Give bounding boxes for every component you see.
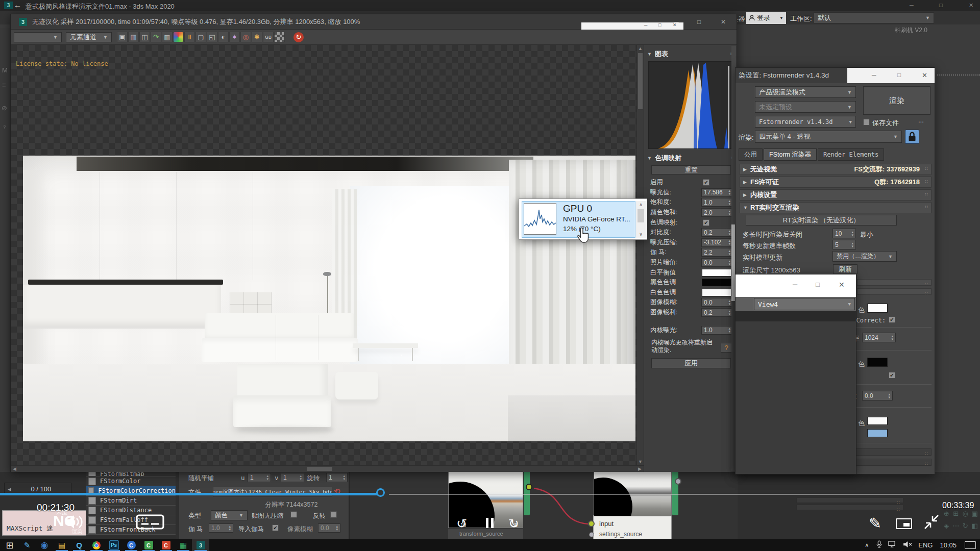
workspace-dropdown[interactable]: 默认▼	[814, 12, 934, 23]
tonemap-row[interactable]: 对比度: 0.2	[650, 228, 733, 238]
gb-icon[interactable]: GB	[263, 32, 274, 42]
refresh-button[interactable]: 刷新	[833, 264, 857, 274]
lock-view-button[interactable]	[905, 130, 919, 144]
copy-icon[interactable]: ▥	[162, 32, 173, 42]
export-icon[interactable]: ↷	[151, 32, 161, 42]
microphone-icon[interactable]	[876, 540, 882, 550]
frag-checkbox2[interactable]: ✔	[889, 372, 895, 379]
scroll-down-icon[interactable]: ∨	[636, 231, 646, 238]
type-dropdown[interactable]: 颜色▼	[211, 510, 248, 520]
settings-tab[interactable]: FStorm 渲染器	[764, 148, 817, 161]
taskbar-browser-icon[interactable]: ◉	[36, 539, 53, 551]
player-back-icon[interactable]: ←	[14, 1, 21, 9]
compare-icon[interactable]: ◐	[218, 32, 229, 42]
gamma-field[interactable]: 1.0	[209, 523, 233, 533]
volume-icon[interactable]	[63, 514, 87, 531]
forward-30-icon[interactable]: ↻30	[508, 516, 519, 531]
notification-center-icon[interactable]	[965, 541, 976, 549]
apply-button[interactable]: 应用	[651, 358, 731, 368]
taskbar-explorer-icon[interactable]: ▤	[53, 539, 70, 551]
render-refresh-icon[interactable]: ↻	[293, 32, 304, 42]
view4-maximize-button[interactable]: □	[816, 281, 820, 288]
rollout-header[interactable]: ▶ 内核设置	[740, 189, 932, 201]
render-viewport[interactable]: License state: No license	[11, 45, 636, 465]
view4-close-button[interactable]: ✕	[839, 281, 845, 289]
pause-icon[interactable]: ‖	[184, 32, 195, 42]
render-button[interactable]: 渲染	[863, 86, 930, 115]
tonemap-row[interactable]: 图像锐利: 0.2	[650, 308, 733, 318]
view4-dropdown[interactable]: View4▼	[754, 298, 855, 310]
input-socket[interactable]	[588, 520, 595, 527]
player-progress-rest[interactable]	[389, 494, 980, 495]
taskbar-3dsmax-icon[interactable]: 3	[192, 539, 209, 551]
settings-minimize-button[interactable]: ─	[872, 71, 876, 79]
tonemap-row[interactable]: 色调映射: ✔	[650, 217, 733, 228]
target-icon[interactable]: ◎	[240, 32, 251, 42]
vscroll-thumb[interactable]	[638, 53, 643, 109]
frag-colorcorrect-checkbox[interactable]: ✔	[889, 316, 895, 323]
player-progress-played[interactable]	[0, 493, 378, 495]
rt-fps-field[interactable]: 5	[832, 240, 856, 249]
prev-frame-icon[interactable]: ◂	[8, 485, 11, 493]
material-list-item[interactable]: FStormColor	[86, 477, 176, 486]
rt-close-after-field[interactable]: 10	[832, 229, 856, 238]
frag-color3-swatch[interactable]	[867, 417, 888, 425]
scroll-up-icon[interactable]: ∧	[636, 201, 646, 208]
rotation-field[interactable]: 1	[326, 473, 348, 482]
tonemap-row[interactable]: 曝光压缩: -3.102	[650, 238, 733, 248]
taskbar-photoshop-icon[interactable]: Ps	[105, 539, 122, 551]
popup-close-icon[interactable]: ✕	[673, 22, 677, 28]
frag-z-field[interactable]: 0.0	[862, 391, 893, 400]
import-gamma-checkbox[interactable]: ✔	[272, 524, 279, 531]
taskbar-c-blue-icon[interactable]: C	[122, 539, 140, 551]
tonemap-row[interactable]: 白平衡值	[650, 267, 733, 278]
taskbar-chrome-icon[interactable]	[88, 539, 105, 551]
settings-maximize-button[interactable]: □	[897, 71, 901, 79]
save-file-browse[interactable]: ...	[918, 116, 924, 124]
rt-model-update-dropdown[interactable]: 禁用（…渲染）▼	[832, 251, 897, 262]
display-icon[interactable]	[888, 541, 897, 549]
settings-tab[interactable]: 公用	[739, 148, 763, 161]
settings-close-button[interactable]: ✕	[922, 71, 927, 79]
tonemap-reset-button[interactable]: 重置	[651, 165, 731, 174]
tonemap-row[interactable]: 照片暗角: 0.0	[650, 258, 733, 268]
rewind-10-icon[interactable]: ↺10	[456, 516, 467, 531]
viewport-vscrollbar[interactable]: ▲ ▼	[636, 45, 644, 465]
taskbar-c-green-icon[interactable]: C	[140, 539, 157, 551]
rollout-header[interactable]: ▶ FS许可证 Q群: 17642918	[740, 177, 932, 188]
alpha-checker-icon[interactable]	[274, 32, 285, 42]
viewport-nav-cluster[interactable]: ⊕⊞◎▣ ◈⋯↻◧	[942, 508, 979, 532]
main-minimize-button[interactable]: ─	[910, 2, 914, 8]
pixel-blur-field[interactable]: 0.0	[318, 523, 340, 533]
render-close-button[interactable]: ✕	[721, 18, 726, 26]
annotate-pencil-icon[interactable]: ✎	[869, 514, 881, 532]
render-mode-dropdown[interactable]: 产品级渲染模式▼	[755, 86, 856, 98]
popup-maximize-icon[interactable]: □	[658, 22, 661, 28]
file-button[interactable]: orm渲图方法\1236 Clear Winter Sky.hdr	[213, 487, 332, 497]
tile-u-field[interactable]: 1	[248, 473, 271, 482]
settings-socket[interactable]	[589, 532, 594, 537]
save-file-checkbox[interactable]: ✔	[863, 119, 870, 126]
star-icon[interactable]: ✶	[229, 32, 240, 42]
view4-titlebar[interactable]: ─ □ ✕	[736, 274, 856, 297]
taskbar-c-red-icon[interactable]: C	[157, 539, 175, 551]
tonemap-row[interactable]: 黑色色调	[650, 278, 733, 288]
invert-checkbox[interactable]: ✔	[330, 511, 337, 518]
view-layer-dropdown[interactable]: ▼	[14, 32, 62, 42]
palette-icon[interactable]: ✱	[252, 32, 262, 42]
rt-render-button[interactable]: RT实时渲染 （无迹汉化）	[746, 215, 897, 226]
tonemap-rollout-header[interactable]: ▼色调映射 ∷	[647, 153, 734, 163]
tile-v-field[interactable]: 1	[281, 473, 304, 482]
save-icon[interactable]: ▣	[117, 32, 128, 42]
tonemap-row[interactable]: 启用 ✔	[650, 178, 733, 188]
tonemap-row[interactable]: 白色色调	[650, 288, 733, 298]
tray-clock[interactable]: 10:05	[940, 541, 957, 549]
region-zoom-icon[interactable]: ◧	[970, 520, 980, 532]
frag-res-field[interactable]: 1024	[862, 333, 896, 342]
view-to-render-dropdown[interactable]: 四元菜单 4 - 透视▼	[755, 131, 902, 143]
viewport-hscrollbar[interactable]: ◀ ▶	[11, 465, 644, 472]
exit-fullscreen-icon[interactable]	[922, 512, 941, 533]
main-close-button[interactable]: ✕	[969, 2, 973, 9]
preset-dropdown[interactable]: 未选定预设▼	[755, 101, 856, 113]
taskbar-pen-icon[interactable]: ✎	[18, 539, 36, 551]
